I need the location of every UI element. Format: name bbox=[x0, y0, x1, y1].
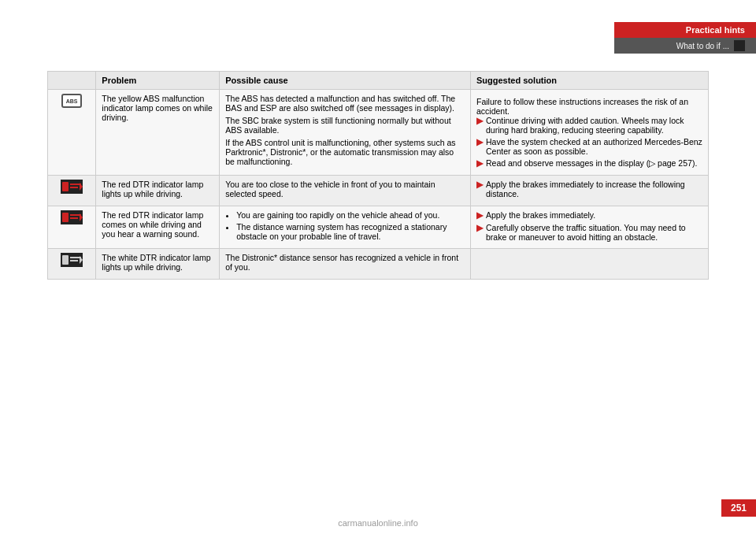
solution-item: ▶Apply the brakes immediately to increas… bbox=[476, 180, 702, 198]
cause-cell: You are too close to the vehicle in fron… bbox=[220, 176, 471, 206]
dtr-red-icon bbox=[61, 180, 83, 194]
solution-text: Have the system checked at an authorized… bbox=[486, 137, 702, 156]
failure-note: Failure to follow these instructions inc… bbox=[476, 97, 702, 116]
solution-text: Apply the brakes immediately to increase… bbox=[486, 180, 702, 198]
solution-text: Carefully observe the traffic situation.… bbox=[486, 223, 702, 242]
col-header-problem: Problem bbox=[96, 72, 220, 90]
practical-hints-bar: Practical hints bbox=[614, 22, 756, 38]
svg-rect-2 bbox=[70, 184, 81, 185]
solution-item: ▶Carefully observe the traffic situation… bbox=[476, 223, 702, 242]
content-area: Problem Possible cause Suggested solutio… bbox=[47, 71, 709, 280]
arrow-icon: ▶ bbox=[476, 210, 483, 221]
icon-cell bbox=[48, 249, 96, 280]
solution-item: ▶Continue driving with added caution. Wh… bbox=[476, 116, 702, 135]
icon-cell: ABS bbox=[48, 90, 96, 176]
cause-cell: The Distronic* distance sensor has recog… bbox=[220, 249, 471, 280]
dtr-white-icon bbox=[61, 253, 83, 267]
problem-cell: The red DTR indicator lamp comes on whil… bbox=[96, 206, 220, 249]
solution-item: ▶Apply the brakes immediately. bbox=[476, 210, 702, 221]
cause-cell: You are gaining too rapidly on the vehic… bbox=[220, 206, 471, 249]
cause-cell: The ABS has detected a malfunction and h… bbox=[220, 90, 471, 176]
svg-rect-6 bbox=[62, 213, 69, 222]
black-square-icon bbox=[734, 40, 745, 51]
arrow-icon: ▶ bbox=[476, 137, 483, 147]
col-header-solution: Suggested solution bbox=[470, 72, 708, 90]
svg-rect-12 bbox=[70, 257, 81, 258]
solution-item: ▶Read and observe messages in the displa… bbox=[476, 158, 702, 169]
solution-cell: ▶Apply the brakes immediately.▶Carefully… bbox=[470, 206, 708, 249]
solution-item: ▶Have the system checked at an authorize… bbox=[476, 137, 702, 156]
main-table: Problem Possible cause Suggested solutio… bbox=[47, 71, 709, 280]
col-header-icon bbox=[48, 72, 96, 90]
icon-cell bbox=[48, 176, 96, 206]
arrow-icon: ▶ bbox=[476, 223, 483, 233]
problem-cell: The yellow ABS malfunction indicator lam… bbox=[96, 90, 220, 176]
what-to-do-label: What to do if ... bbox=[676, 42, 729, 50]
table-row: The red DTR indicator lamp comes on whil… bbox=[48, 206, 709, 249]
svg-rect-3 bbox=[70, 187, 78, 188]
solution-text: Continue driving with added caution. Whe… bbox=[486, 116, 702, 135]
header-area: Practical hints What to do if ... bbox=[614, 22, 756, 54]
col-header-cause: Possible cause bbox=[220, 72, 471, 90]
solution-cell: ▶Apply the brakes immediately to increas… bbox=[470, 176, 708, 206]
svg-rect-13 bbox=[70, 260, 78, 261]
arrow-icon: ▶ bbox=[476, 116, 483, 126]
svg-rect-11 bbox=[62, 255, 69, 265]
what-to-do-bar: What to do if ... bbox=[614, 38, 756, 54]
solution-cell: Failure to follow these instructions inc… bbox=[470, 90, 708, 176]
svg-rect-8 bbox=[70, 217, 78, 219]
arrow-icon: ▶ bbox=[476, 158, 483, 169]
page-container: Practical hints What to do if ... Proble… bbox=[0, 0, 756, 534]
icon-cell bbox=[48, 206, 96, 249]
practical-hints-label: Practical hints bbox=[686, 25, 745, 35]
table-row: The white DTR indicator lamp lights up w… bbox=[48, 249, 709, 280]
solution-text: Apply the brakes immediately. bbox=[486, 210, 595, 220]
arrow-icon: ▶ bbox=[476, 180, 483, 190]
table-row: ABSThe yellow ABS malfunction indicator … bbox=[48, 90, 709, 176]
abs-icon: ABS bbox=[61, 94, 82, 108]
solution-cell bbox=[470, 249, 708, 280]
solution-text: Read and observe messages in the display… bbox=[486, 158, 697, 168]
table-row: The red DTR indicator lamp lights up whi… bbox=[48, 176, 709, 206]
dtr-red-icon bbox=[61, 210, 83, 224]
watermark: carmanualonline.info bbox=[338, 518, 418, 528]
problem-cell: The red DTR indicator lamp lights up whi… bbox=[96, 176, 220, 206]
problem-cell: The white DTR indicator lamp lights up w… bbox=[96, 249, 220, 280]
svg-rect-1 bbox=[62, 182, 69, 191]
svg-rect-7 bbox=[70, 214, 81, 216]
page-number: 251 bbox=[721, 499, 756, 517]
